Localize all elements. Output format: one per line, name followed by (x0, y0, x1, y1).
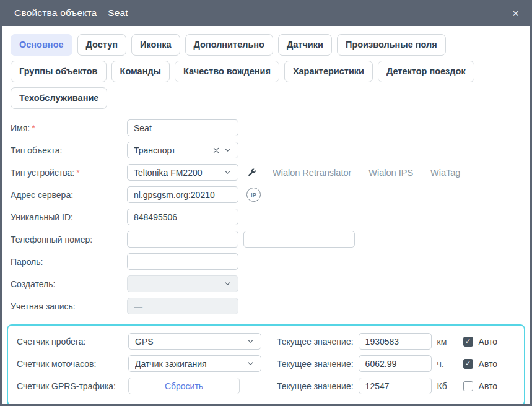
engine-hours-counter-row: Счетчик моточасов: Датчик зажигания Теку… (12, 355, 518, 372)
unique-id-input[interactable] (127, 209, 238, 225)
gprs-auto-label: Авто (479, 381, 498, 391)
mileage-current-label: Текущее значение: (277, 337, 354, 347)
creator-select: — (127, 275, 238, 292)
chevron-down-icon[interactable] (224, 146, 232, 154)
tab-main[interactable]: Основное (11, 34, 72, 56)
tab-icon[interactable]: Иконка (131, 34, 180, 56)
mileage-auto-label: Авто (479, 337, 498, 347)
account-row: Учетная запись: — (11, 298, 521, 314)
device-type-row: Тип устройства:* Teltonika FM2200 Wialon… (11, 164, 521, 181)
mileage-source-value: GPS (135, 337, 243, 347)
link-wialon-ips[interactable]: Wialon IPS (368, 168, 413, 178)
server-address-label: Адрес сервера: (11, 190, 127, 200)
phone-label: Телефонный номер: (11, 235, 127, 244)
engine-hours-source-select[interactable]: Датчик зажигания (128, 355, 261, 372)
tab-trip-detector[interactable]: Детектор поездок (378, 61, 474, 82)
gprs-value-input[interactable] (359, 378, 432, 394)
dialog-titlebar: Свойства объекта – Seat × (2, 0, 530, 26)
tab-eco-driving[interactable]: Качество вождения (175, 61, 279, 82)
mileage-label: Счетчик пробега: (12, 337, 128, 347)
tab-unit-groups[interactable]: Группы объектов (11, 61, 107, 82)
tab-commands[interactable]: Команды (111, 61, 170, 82)
object-properties-dialog: Свойства объекта – Seat × Основное Досту… (0, 0, 532, 406)
creator-row: Создатель: — (11, 275, 521, 292)
gprs-unit: Кб (437, 381, 453, 391)
link-wiatag[interactable]: WiaTag (430, 168, 460, 178)
account-label: Учетная запись: (11, 301, 127, 311)
name-row: Имя:* (11, 119, 521, 136)
phone-input-1[interactable] (127, 231, 238, 248)
dialog-title: Свойства объекта – Seat (14, 7, 128, 19)
engine-hours-source-value: Датчик зажигания (135, 359, 243, 369)
tab-maintenance[interactable]: Техобслуживание (11, 87, 107, 109)
account-value: — (134, 301, 232, 311)
engine-hours-label: Счетчик моточасов: (12, 359, 128, 369)
server-address-input[interactable] (127, 186, 238, 203)
gprs-current-label: Текущее значение: (277, 381, 354, 391)
mileage-auto-checkbox[interactable]: ✓ (463, 337, 473, 347)
chevron-down-icon[interactable] (224, 168, 232, 176)
tab-bar: Основное Доступ Иконка Дополнительно Дат… (11, 34, 521, 109)
engine-hours-unit: ч. (437, 359, 453, 369)
chevron-down-icon (224, 280, 232, 288)
gprs-auto-checkbox[interactable] (463, 381, 473, 391)
device-type-label: Тип устройства:* (11, 168, 127, 178)
required-asterisk: * (32, 123, 35, 133)
password-row: Пароль: (11, 253, 521, 270)
mileage-counter-row: Счетчик пробега: GPS Текущее значение: к… (12, 333, 518, 350)
creator-label: Создатель: (11, 279, 127, 289)
mileage-source-select[interactable]: GPS (128, 333, 261, 350)
link-wialon-retranslator[interactable]: Wialon Retranslator (273, 168, 351, 178)
ip-icon[interactable]: IP (246, 188, 261, 202)
object-type-select[interactable]: Транспорт (127, 142, 238, 158)
gprs-traffic-label: Счетчик GPRS-трафика: (12, 381, 128, 391)
close-icon[interactable]: × (512, 7, 519, 19)
tab-profile[interactable]: Характеристики (284, 61, 373, 82)
gprs-traffic-counter-row: Счетчик GPRS-трафика: Сбросить Текущее з… (12, 378, 518, 394)
unique-id-row: Уникальный ID: (11, 209, 521, 225)
counters-section: Счетчик пробега: GPS Текущее значение: к… (7, 324, 525, 406)
phone-row: Телефонный номер: (11, 231, 521, 248)
name-label: Имя:* (11, 123, 127, 133)
tab-custom-fields[interactable]: Произвольные поля (337, 34, 446, 56)
protocol-links: Wialon Retranslator Wialon IPS WiaTag (273, 168, 460, 178)
engine-hours-auto-checkbox[interactable]: ✓ (463, 359, 473, 369)
mileage-unit: км (437, 337, 453, 347)
password-label: Пароль: (11, 257, 127, 267)
object-type-label: Тип объекта: (11, 145, 127, 155)
account-field: — (127, 298, 238, 314)
engine-hours-value-input[interactable] (359, 355, 432, 372)
clear-icon[interactable] (212, 147, 220, 154)
tab-access[interactable]: Доступ (77, 34, 127, 56)
main-form: Имя:* Тип объекта: Транспорт Тип устройс… (11, 119, 521, 320)
mileage-value-input[interactable] (359, 333, 432, 350)
unique-id-label: Уникальный ID: (11, 212, 127, 222)
server-address-row: Адрес сервера: IP (11, 186, 521, 203)
name-input[interactable] (127, 119, 238, 136)
device-type-select[interactable]: Teltonika FM2200 (127, 164, 238, 181)
required-asterisk: * (76, 168, 79, 178)
engine-hours-auto-label: Авто (479, 359, 498, 369)
chevron-down-icon[interactable] (246, 337, 255, 345)
phone-input-2[interactable] (243, 231, 355, 248)
engine-hours-current-label: Текущее значение: (277, 359, 354, 369)
wrench-icon[interactable] (247, 168, 256, 177)
tab-advanced[interactable]: Дополнительно (185, 34, 273, 56)
password-input[interactable] (127, 253, 238, 270)
device-type-value: Teltonika FM2200 (134, 168, 220, 178)
object-type-row: Тип объекта: Транспорт (11, 142, 521, 158)
object-type-value: Транспорт (134, 145, 209, 155)
creator-value: — (134, 279, 220, 289)
gprs-reset-button[interactable]: Сбросить (128, 378, 240, 394)
tab-sensors[interactable]: Датчики (278, 34, 332, 56)
chevron-down-icon[interactable] (246, 360, 255, 368)
